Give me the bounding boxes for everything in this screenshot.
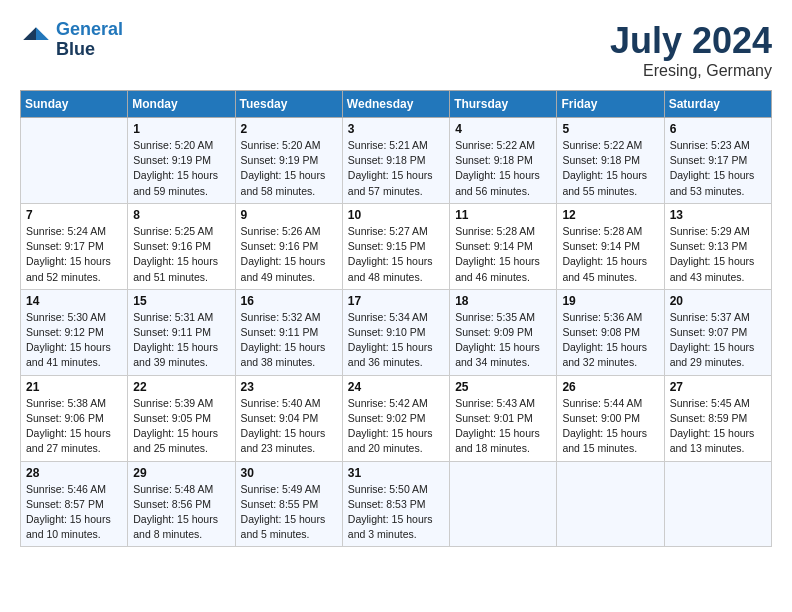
calendar-cell: 25Sunrise: 5:43 AMSunset: 9:01 PMDayligh… — [450, 375, 557, 461]
location: Eresing, Germany — [610, 62, 772, 80]
col-header-monday: Monday — [128, 91, 235, 118]
col-header-saturday: Saturday — [664, 91, 771, 118]
day-info: Sunrise: 5:46 AMSunset: 8:57 PMDaylight:… — [26, 482, 122, 543]
day-info: Sunrise: 5:25 AMSunset: 9:16 PMDaylight:… — [133, 224, 229, 285]
calendar-cell: 24Sunrise: 5:42 AMSunset: 9:02 PMDayligh… — [342, 375, 449, 461]
month-title: July 2024 — [610, 20, 772, 62]
calendar-cell: 6Sunrise: 5:23 AMSunset: 9:17 PMDaylight… — [664, 118, 771, 204]
week-row-3: 14Sunrise: 5:30 AMSunset: 9:12 PMDayligh… — [21, 289, 772, 375]
day-info: Sunrise: 5:42 AMSunset: 9:02 PMDaylight:… — [348, 396, 444, 457]
col-header-friday: Friday — [557, 91, 664, 118]
col-header-tuesday: Tuesday — [235, 91, 342, 118]
day-info: Sunrise: 5:35 AMSunset: 9:09 PMDaylight:… — [455, 310, 551, 371]
svg-marker-1 — [23, 27, 36, 40]
day-number: 27 — [670, 380, 766, 394]
day-number: 2 — [241, 122, 337, 136]
day-info: Sunrise: 5:22 AMSunset: 9:18 PMDaylight:… — [455, 138, 551, 199]
calendar-cell: 12Sunrise: 5:28 AMSunset: 9:14 PMDayligh… — [557, 203, 664, 289]
calendar-cell: 15Sunrise: 5:31 AMSunset: 9:11 PMDayligh… — [128, 289, 235, 375]
calendar-cell — [450, 461, 557, 547]
calendar-table: SundayMondayTuesdayWednesdayThursdayFrid… — [20, 90, 772, 547]
day-number: 25 — [455, 380, 551, 394]
day-info: Sunrise: 5:49 AMSunset: 8:55 PMDaylight:… — [241, 482, 337, 543]
day-number: 13 — [670, 208, 766, 222]
svg-marker-0 — [36, 27, 49, 40]
col-header-thursday: Thursday — [450, 91, 557, 118]
day-number: 3 — [348, 122, 444, 136]
day-info: Sunrise: 5:24 AMSunset: 9:17 PMDaylight:… — [26, 224, 122, 285]
calendar-cell: 22Sunrise: 5:39 AMSunset: 9:05 PMDayligh… — [128, 375, 235, 461]
day-info: Sunrise: 5:28 AMSunset: 9:14 PMDaylight:… — [562, 224, 658, 285]
calendar-cell: 9Sunrise: 5:26 AMSunset: 9:16 PMDaylight… — [235, 203, 342, 289]
day-info: Sunrise: 5:21 AMSunset: 9:18 PMDaylight:… — [348, 138, 444, 199]
day-number: 30 — [241, 466, 337, 480]
day-number: 8 — [133, 208, 229, 222]
week-row-4: 21Sunrise: 5:38 AMSunset: 9:06 PMDayligh… — [21, 375, 772, 461]
calendar-cell: 31Sunrise: 5:50 AMSunset: 8:53 PMDayligh… — [342, 461, 449, 547]
calendar-cell: 3Sunrise: 5:21 AMSunset: 9:18 PMDaylight… — [342, 118, 449, 204]
day-number: 31 — [348, 466, 444, 480]
calendar-cell: 20Sunrise: 5:37 AMSunset: 9:07 PMDayligh… — [664, 289, 771, 375]
logo-text: General Blue — [56, 20, 123, 60]
day-info: Sunrise: 5:50 AMSunset: 8:53 PMDaylight:… — [348, 482, 444, 543]
day-number: 26 — [562, 380, 658, 394]
day-number: 17 — [348, 294, 444, 308]
calendar-cell: 2Sunrise: 5:20 AMSunset: 9:19 PMDaylight… — [235, 118, 342, 204]
calendar-cell — [664, 461, 771, 547]
day-number: 29 — [133, 466, 229, 480]
calendar-cell: 11Sunrise: 5:28 AMSunset: 9:14 PMDayligh… — [450, 203, 557, 289]
day-number: 1 — [133, 122, 229, 136]
day-number: 4 — [455, 122, 551, 136]
calendar-cell: 16Sunrise: 5:32 AMSunset: 9:11 PMDayligh… — [235, 289, 342, 375]
day-number: 19 — [562, 294, 658, 308]
day-number: 20 — [670, 294, 766, 308]
day-info: Sunrise: 5:34 AMSunset: 9:10 PMDaylight:… — [348, 310, 444, 371]
day-number: 5 — [562, 122, 658, 136]
calendar-cell: 8Sunrise: 5:25 AMSunset: 9:16 PMDaylight… — [128, 203, 235, 289]
calendar-cell: 4Sunrise: 5:22 AMSunset: 9:18 PMDaylight… — [450, 118, 557, 204]
header-row: SundayMondayTuesdayWednesdayThursdayFrid… — [21, 91, 772, 118]
calendar-cell: 23Sunrise: 5:40 AMSunset: 9:04 PMDayligh… — [235, 375, 342, 461]
day-info: Sunrise: 5:20 AMSunset: 9:19 PMDaylight:… — [133, 138, 229, 199]
calendar-cell: 17Sunrise: 5:34 AMSunset: 9:10 PMDayligh… — [342, 289, 449, 375]
calendar-cell: 1Sunrise: 5:20 AMSunset: 9:19 PMDaylight… — [128, 118, 235, 204]
page-header: General Blue July 2024 Eresing, Germany — [20, 20, 772, 80]
day-info: Sunrise: 5:29 AMSunset: 9:13 PMDaylight:… — [670, 224, 766, 285]
day-number: 21 — [26, 380, 122, 394]
day-info: Sunrise: 5:20 AMSunset: 9:19 PMDaylight:… — [241, 138, 337, 199]
calendar-cell: 28Sunrise: 5:46 AMSunset: 8:57 PMDayligh… — [21, 461, 128, 547]
logo-icon — [20, 24, 52, 56]
day-info: Sunrise: 5:22 AMSunset: 9:18 PMDaylight:… — [562, 138, 658, 199]
day-number: 14 — [26, 294, 122, 308]
day-info: Sunrise: 5:32 AMSunset: 9:11 PMDaylight:… — [241, 310, 337, 371]
day-info: Sunrise: 5:43 AMSunset: 9:01 PMDaylight:… — [455, 396, 551, 457]
day-info: Sunrise: 5:40 AMSunset: 9:04 PMDaylight:… — [241, 396, 337, 457]
day-number: 11 — [455, 208, 551, 222]
calendar-cell: 18Sunrise: 5:35 AMSunset: 9:09 PMDayligh… — [450, 289, 557, 375]
calendar-cell: 19Sunrise: 5:36 AMSunset: 9:08 PMDayligh… — [557, 289, 664, 375]
calendar-cell: 21Sunrise: 5:38 AMSunset: 9:06 PMDayligh… — [21, 375, 128, 461]
week-row-5: 28Sunrise: 5:46 AMSunset: 8:57 PMDayligh… — [21, 461, 772, 547]
day-number: 10 — [348, 208, 444, 222]
calendar-cell: 7Sunrise: 5:24 AMSunset: 9:17 PMDaylight… — [21, 203, 128, 289]
day-number: 12 — [562, 208, 658, 222]
day-info: Sunrise: 5:23 AMSunset: 9:17 PMDaylight:… — [670, 138, 766, 199]
calendar-cell: 5Sunrise: 5:22 AMSunset: 9:18 PMDaylight… — [557, 118, 664, 204]
calendar-cell: 26Sunrise: 5:44 AMSunset: 9:00 PMDayligh… — [557, 375, 664, 461]
col-header-wednesday: Wednesday — [342, 91, 449, 118]
calendar-cell: 27Sunrise: 5:45 AMSunset: 8:59 PMDayligh… — [664, 375, 771, 461]
calendar-cell: 14Sunrise: 5:30 AMSunset: 9:12 PMDayligh… — [21, 289, 128, 375]
day-info: Sunrise: 5:30 AMSunset: 9:12 PMDaylight:… — [26, 310, 122, 371]
calendar-cell: 30Sunrise: 5:49 AMSunset: 8:55 PMDayligh… — [235, 461, 342, 547]
day-number: 28 — [26, 466, 122, 480]
day-number: 23 — [241, 380, 337, 394]
day-info: Sunrise: 5:48 AMSunset: 8:56 PMDaylight:… — [133, 482, 229, 543]
day-number: 9 — [241, 208, 337, 222]
day-info: Sunrise: 5:27 AMSunset: 9:15 PMDaylight:… — [348, 224, 444, 285]
day-info: Sunrise: 5:38 AMSunset: 9:06 PMDaylight:… — [26, 396, 122, 457]
day-info: Sunrise: 5:28 AMSunset: 9:14 PMDaylight:… — [455, 224, 551, 285]
calendar-cell: 13Sunrise: 5:29 AMSunset: 9:13 PMDayligh… — [664, 203, 771, 289]
day-number: 24 — [348, 380, 444, 394]
week-row-1: 1Sunrise: 5:20 AMSunset: 9:19 PMDaylight… — [21, 118, 772, 204]
day-number: 16 — [241, 294, 337, 308]
